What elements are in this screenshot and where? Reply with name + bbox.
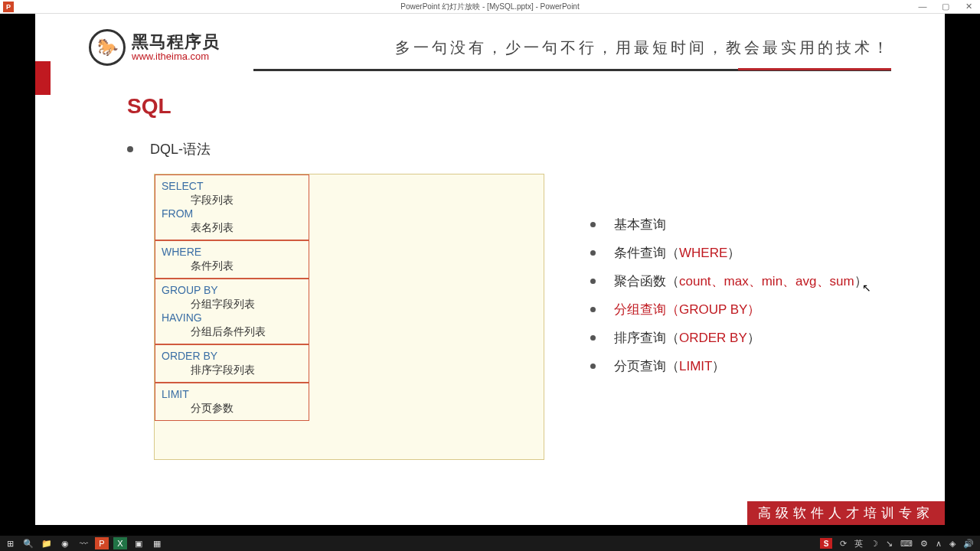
list-item-text: 分组查询（GROUP BY）	[614, 301, 760, 318]
minimize-button[interactable]: —	[911, 2, 934, 11]
sql-keyword: FROM	[162, 207, 302, 220]
slide: 🐎 黑马程序员 www.itheima.com 多一句没有，少一句不行，用最短时…	[35, 14, 945, 525]
window-controls: — ▢ ✕	[911, 2, 980, 11]
sql-keyword-desc: 分组后条件列表	[191, 325, 302, 339]
taskbar: ⊞ 🔍 📁 ◉ 〰 P X ▣ ▦ S ⟳ 英 ☽ ↘ ⌨ ⚙ ∧ ◈ 🔊	[0, 536, 980, 551]
ime-lang[interactable]: 英	[854, 538, 863, 549]
app-icon-generic[interactable]: ▦	[150, 537, 164, 549]
sql-keyword: SELECT	[162, 180, 302, 192]
bullet-icon	[590, 279, 596, 284]
footer-banner: 高级软件人才培训专家	[747, 501, 945, 525]
bullet-icon	[590, 364, 596, 369]
sub-heading: DQL-语法	[127, 140, 945, 158]
syntax-box: GROUP BY分组字段列表HAVING分组后条件列表	[155, 279, 309, 344]
content-row: SELECT字段列表FROM表名列表WHERE条件列表GROUP BY分组字段列…	[35, 174, 945, 460]
window-title: PowerPoint 幻灯片放映 - [MySQL.pptx] - PowerP…	[400, 2, 579, 12]
edge-icon[interactable]: 〰	[77, 537, 90, 549]
powerpoint-icon[interactable]: P	[95, 537, 109, 549]
sql-keyword: LIMIT	[162, 388, 302, 400]
header-divider	[253, 69, 891, 71]
list-item: 排序查询（ORDER BY）	[590, 329, 867, 347]
sql-keyword-desc: 排序字段列表	[191, 364, 302, 377]
sql-keyword-desc: 分页参数	[191, 402, 302, 416]
browser-tray-icon[interactable]: ⟳	[840, 539, 847, 549]
slide-header: 🐎 黑马程序员 www.itheima.com 多一句没有，少一句不行，用最短时…	[35, 14, 945, 66]
sql-keyword-desc: 条件列表	[191, 259, 302, 273]
explorer-icon[interactable]: 📁	[40, 537, 54, 549]
sogou-ime-icon[interactable]: S	[820, 538, 832, 549]
excel-icon[interactable]: X	[113, 537, 127, 549]
bullet-icon	[127, 146, 133, 152]
red-accent-tab	[35, 61, 51, 95]
list-item: 分页查询（LIMIT）	[590, 357, 867, 375]
bullet-icon	[590, 250, 596, 256]
query-type-list: 基本查询条件查询（WHERE）聚合函数（count、max、min、avg、su…	[590, 216, 867, 460]
list-item: 基本查询	[590, 216, 867, 233]
logo-url: www.itheima.com	[132, 51, 220, 62]
logo-text-cn: 黑马程序员	[132, 33, 220, 51]
section-title: SQL	[127, 94, 945, 119]
maximize-button[interactable]: ▢	[934, 2, 957, 11]
list-item: 分组查询（GROUP BY）	[590, 301, 867, 318]
ide-icon[interactable]: ▣	[132, 537, 145, 549]
sql-keyword-desc: 字段列表	[191, 194, 302, 207]
syntax-box: ORDER BY排序字段列表	[155, 344, 309, 383]
list-item-text: 排序查询（ORDER BY）	[614, 329, 760, 347]
sql-keyword: GROUP BY	[162, 284, 302, 296]
sql-keyword-desc: 分组字段列表	[191, 298, 302, 311]
bullet-icon	[590, 222, 596, 227]
logo-icon: 🐎	[89, 29, 126, 66]
app-icon: P	[3, 2, 14, 12]
network-icon[interactable]: ◈	[949, 539, 956, 549]
syntax-box: SELECT字段列表FROM表名列表	[155, 174, 309, 240]
list-item-text: 聚合函数（count、max、min、avg、sum）	[614, 272, 867, 290]
list-item-text: 条件查询（WHERE）	[614, 244, 740, 262]
slideshow-area: 🐎 黑马程序员 www.itheima.com 多一句没有，少一句不行，用最短时…	[0, 14, 980, 536]
chrome-icon[interactable]: ◉	[58, 537, 72, 549]
gear-icon[interactable]: ⚙	[920, 539, 928, 549]
list-item: 条件查询（WHERE）	[590, 244, 867, 262]
bullet-icon	[590, 335, 596, 341]
syntax-column: SELECT字段列表FROM表名列表WHERE条件列表GROUP BY分组字段列…	[155, 174, 309, 421]
search-button[interactable]: 🔍	[21, 537, 35, 549]
logo: 🐎 黑马程序员 www.itheima.com	[89, 29, 220, 66]
arrow-icon[interactable]: ↘	[886, 539, 893, 549]
keyboard-icon[interactable]: ⌨	[900, 539, 913, 549]
moon-icon[interactable]: ☽	[871, 539, 878, 549]
taskbar-apps: ⊞ 🔍 📁 ◉ 〰 P X ▣ ▦	[0, 537, 164, 549]
sql-keyword: WHERE	[162, 246, 302, 258]
system-tray: S ⟳ 英 ☽ ↘ ⌨ ⚙ ∧ ◈ 🔊	[820, 538, 980, 549]
mouse-cursor-icon: ↖	[862, 282, 871, 294]
volume-icon[interactable]: 🔊	[963, 539, 974, 549]
syntax-box: WHERE条件列表	[155, 240, 309, 279]
start-button[interactable]: ⊞	[3, 537, 17, 549]
bullet-icon	[590, 307, 596, 312]
list-item: 聚合函数（count、max、min、avg、sum）	[590, 272, 867, 290]
syntax-box: LIMIT分页参数	[155, 383, 309, 421]
syntax-panel: SELECT字段列表FROM表名列表WHERE条件列表GROUP BY分组字段列…	[154, 174, 544, 460]
tagline: 多一句没有，少一句不行，用最短时间，教会最实用的技术！	[395, 37, 891, 58]
sql-keyword-desc: 表名列表	[191, 221, 302, 235]
sql-keyword: ORDER BY	[162, 350, 302, 362]
sub-heading-text: DQL-语法	[150, 140, 211, 158]
list-item-text: 分页查询（LIMIT）	[614, 357, 725, 375]
list-item-text: 基本查询	[614, 216, 666, 233]
close-button[interactable]: ✕	[957, 2, 980, 11]
titlebar: P PowerPoint 幻灯片放映 - [MySQL.pptx] - Powe…	[0, 0, 980, 14]
tray-chevron-icon[interactable]: ∧	[936, 539, 942, 549]
sql-keyword: HAVING	[162, 311, 302, 324]
